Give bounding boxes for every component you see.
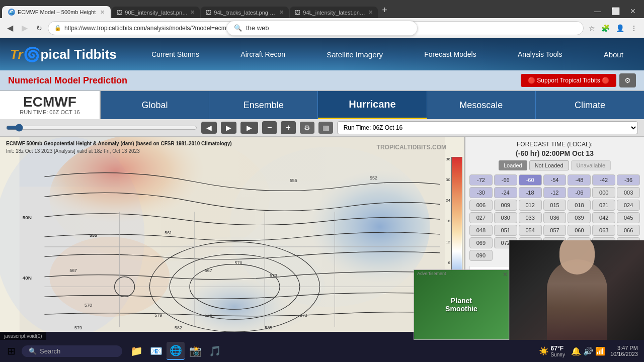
webcam-overlay	[509, 240, 644, 340]
time-cell-069[interactable]: 069	[469, 237, 493, 248]
time-cell-054[interactable]: 054	[519, 225, 542, 236]
nav-satellite-imagery[interactable]: Satellite Imagery	[320, 38, 389, 70]
nav-current-storms[interactable]: Current Storms	[145, 38, 205, 70]
browser-tab-3[interactable]: 🖼 94L_tracks_latest.png (768×801… ✕	[201, 7, 289, 18]
start-button[interactable]: ⊞	[3, 343, 20, 359]
settings-button[interactable]: ⚙	[619, 73, 636, 87]
support-button[interactable]: 🔴 Support Tropical Tidbits 🔴	[521, 74, 616, 87]
time-cell--24[interactable]: -24	[494, 187, 517, 198]
window-close[interactable]: ✕	[626, 6, 640, 16]
tab-label-4: 94L_intensity_latest.png (768×6…	[303, 10, 366, 16]
extensions-button[interactable]: 🧩	[599, 22, 612, 34]
time-cell--42[interactable]: -42	[592, 174, 615, 186]
ad-close-button[interactable]: ✕	[503, 271, 508, 278]
run-time-select[interactable]: Run Time: 06Z Oct 16	[337, 121, 638, 134]
taskbar-app-camera[interactable]: 📸	[186, 342, 204, 360]
time-cell-036[interactable]: 036	[543, 212, 567, 223]
taskbar-app-explorer[interactable]: 📁	[127, 342, 145, 360]
play-button[interactable]: ▶	[221, 122, 236, 134]
star-button[interactable]: ☆	[586, 22, 598, 34]
search-input[interactable]	[246, 24, 410, 32]
prev-button[interactable]: ◀	[201, 122, 217, 134]
time-cell--36[interactable]: -36	[617, 174, 640, 186]
taskbar-notification-icon[interactable]: 🔔	[571, 346, 581, 356]
tab-close-2[interactable]: ✕	[190, 9, 195, 16]
time-slider[interactable]	[6, 126, 197, 130]
time-cell-039[interactable]: 039	[568, 212, 591, 223]
time-cell-090[interactable]: 090	[469, 250, 493, 261]
unavailable-button[interactable]: Unavailable	[571, 160, 611, 170]
browser-tab-2[interactable]: 🖼 90E_intensity_latest.png (768×4… ✕	[112, 7, 200, 18]
site-logo[interactable]: Tr 🌀 pical Tidbits	[0, 46, 131, 63]
tab-mesoscale[interactable]: Mesoscale	[427, 91, 536, 119]
taskbar-volume-icon[interactable]: 🔊	[583, 346, 593, 356]
time-cell-000[interactable]: 000	[592, 187, 615, 198]
taskbar-wifi-icon[interactable]: 📶	[595, 346, 605, 356]
tab-close-ecmwf[interactable]: ✕	[100, 9, 105, 16]
profile-button[interactable]: 👤	[613, 22, 627, 34]
browser-tab-4[interactable]: 🖼 94L_intensity_latest.png (768×6… ✕	[290, 7, 378, 18]
nav-forecast-models[interactable]: Forecast Models	[418, 38, 482, 70]
menu-button[interactable]: ⋮	[628, 22, 640, 34]
time-cell-012[interactable]: 012	[519, 200, 542, 211]
time-cell-021[interactable]: 021	[592, 200, 615, 211]
not-loaded-button[interactable]: Not Loaded	[529, 160, 569, 170]
gear-button[interactable]: ⚙	[300, 122, 314, 134]
time-cell-057[interactable]: 057	[543, 225, 567, 236]
time-cell-009[interactable]: 009	[494, 200, 517, 211]
plus-button[interactable]: +	[281, 121, 295, 134]
svg-text:582: 582	[175, 325, 182, 330]
time-cell-033[interactable]: 033	[519, 212, 542, 223]
time-cell--60[interactable]: -60	[519, 174, 542, 186]
time-cell-048[interactable]: 048	[469, 225, 493, 236]
next-button[interactable]: ▶	[240, 122, 258, 134]
time-cell--72[interactable]: -72	[469, 174, 493, 186]
tab-label-2: 90E_intensity_latest.png (768×4…	[125, 10, 188, 16]
taskbar-search[interactable]: 🔍 Search	[22, 345, 122, 357]
time-cell-045[interactable]: 045	[617, 212, 640, 223]
time-cell--06[interactable]: -06	[568, 187, 591, 198]
reload-button[interactable]: ↻	[33, 22, 45, 34]
time-cell-006[interactable]: 006	[469, 200, 493, 211]
taskbar-app-mail[interactable]: 📧	[147, 342, 165, 360]
time-cell-063[interactable]: 063	[592, 225, 615, 236]
loaded-button[interactable]: Loaded	[499, 160, 527, 170]
time-cell-024[interactable]: 024	[617, 200, 640, 211]
time-cell--48[interactable]: -48	[568, 174, 591, 186]
tab-close-3[interactable]: ✕	[279, 9, 284, 16]
nav-about[interactable]: About	[598, 38, 629, 70]
time-cell--30[interactable]: -30	[469, 187, 493, 198]
time-cell-051[interactable]: 051	[494, 225, 517, 236]
tab-ensemble[interactable]: Ensemble	[209, 91, 318, 119]
window-minimize[interactable]: —	[590, 6, 605, 16]
taskbar-app-music[interactable]: 🎵	[206, 342, 224, 360]
tab-climate[interactable]: Climate	[536, 91, 644, 119]
minus-button[interactable]: −	[262, 121, 277, 134]
time-cell-030[interactable]: 030	[494, 212, 517, 223]
grid-button[interactable]: ▦	[318, 122, 333, 134]
status-bar: javascript:void(0)	[0, 332, 46, 340]
new-tab-button[interactable]: +	[379, 5, 390, 16]
time-cell-042[interactable]: 042	[592, 212, 615, 223]
time-cell-066[interactable]: 066	[617, 225, 640, 236]
back-button[interactable]: ◀	[4, 21, 16, 35]
taskbar-app-browser[interactable]: 🌐	[167, 342, 185, 360]
time-cell--18[interactable]: -18	[519, 187, 542, 198]
time-cell--66[interactable]: -66	[494, 174, 517, 186]
tab-global[interactable]: Global	[101, 91, 209, 119]
time-cell--54[interactable]: -54	[543, 174, 567, 186]
time-cell-003[interactable]: 003	[617, 187, 640, 198]
time-cell-015[interactable]: 015	[543, 200, 567, 211]
nav-aircraft-recon[interactable]: Aircraft Recon	[234, 38, 291, 70]
time-cell--12[interactable]: -12	[543, 187, 567, 198]
map-title: ECMWF 500mb Geopotential Height & Anomal…	[6, 140, 232, 147]
nav-analysis-tools[interactable]: Analysis Tools	[512, 38, 568, 70]
time-cell-060[interactable]: 060	[568, 225, 591, 236]
window-maximize[interactable]: ⬜	[607, 6, 624, 16]
tab-hurricane[interactable]: Hurricane	[318, 91, 427, 119]
time-cell-027[interactable]: 027	[469, 212, 493, 223]
tab-close-4[interactable]: ✕	[368, 9, 373, 16]
time-cell-018[interactable]: 018	[568, 200, 591, 211]
forward-button[interactable]: ▶	[19, 21, 31, 35]
browser-tab-ecmwf[interactable]: 🌊 ECMWF Model – 500mb Height ✕	[2, 6, 111, 18]
